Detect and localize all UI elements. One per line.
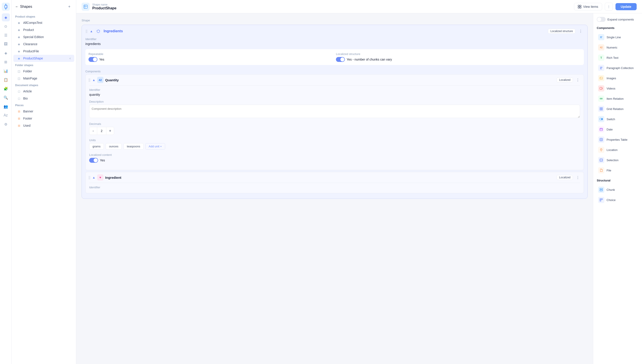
sidebar: ← Shapes + Product shapes ◈ AllCompsTest… <box>12 0 76 364</box>
more-options-button[interactable]: ⋮ <box>605 3 613 11</box>
drag-handle-icon[interactable]: ⣿ <box>88 78 91 82</box>
ingredient-more-button[interactable]: ⋮ <box>575 174 581 180</box>
svg-rect-4 <box>578 5 579 6</box>
sidebar-item-allcompstest[interactable]: ◈ AllCompsTest <box>13 19 74 26</box>
sidebar-item-bio[interactable]: ◻ Bio <box>13 95 74 102</box>
sidebar-item-productfile[interactable]: ◈ ProductFile <box>13 48 74 55</box>
drag-handle-icon[interactable]: ⣿ <box>85 30 88 33</box>
nav-shapes-icon[interactable]: ◈ <box>2 13 10 21</box>
update-button[interactable]: Update <box>615 3 637 10</box>
comp-images-label: Images <box>606 76 616 80</box>
decimals-minus-button[interactable]: - <box>89 127 97 135</box>
comp-item-switch[interactable]: Switch <box>597 114 638 124</box>
product-shapes-label: Product shapes <box>12 13 76 19</box>
units-group: Units grams ounces teaspoons Add unit + <box>89 138 580 150</box>
nav-graph-icon[interactable]: ◈ <box>2 49 10 57</box>
localized-content-label: Localized content <box>89 153 580 156</box>
sidebar-item-product[interactable]: ◈ Product <box>13 26 74 34</box>
comp-rich-text-label: Rich Text <box>606 56 618 60</box>
sidebar-item-label: ProductShape <box>23 56 43 60</box>
quantity-identifier-value: quantity <box>89 93 580 96</box>
sidebar-item-footer[interactable]: ⊞ Footer <box>13 115 74 122</box>
view-items-button[interactable]: View items <box>574 3 602 10</box>
expand-components-label: Expand components <box>607 18 634 21</box>
unit-teaspoons[interactable]: teaspoons <box>123 143 144 150</box>
sidebar-item-label: Product <box>23 28 34 32</box>
comp-item-chunk[interactable]: Chunk <box>597 185 638 194</box>
expand-components-toggle[interactable] <box>597 17 606 22</box>
description-textarea[interactable] <box>89 105 580 118</box>
pieces-label: Pieces <box>12 102 76 108</box>
sidebar-item-label: Clearance <box>23 42 38 46</box>
comp-item-properties-table[interactable]: Properties Table <box>597 135 638 144</box>
folder-icon: ◫ <box>17 69 21 73</box>
sidebar-item-mainpage[interactable]: ◫ MainPage <box>13 75 74 82</box>
comp-item-choice[interactable]: Choice <box>597 195 638 205</box>
comp-item-date[interactable]: Date <box>597 124 638 134</box>
comp-date-label: Date <box>606 128 612 131</box>
decimals-plus-button[interactable]: + <box>106 127 114 135</box>
repeatable-toggle[interactable] <box>89 57 97 62</box>
nav-puzzlepiece-icon[interactable]: 🧩 <box>2 84 10 92</box>
chevron-up-icon[interactable]: ▲ <box>92 78 95 82</box>
comp-item-videos[interactable]: Videos <box>597 84 638 93</box>
nav-grid-icon[interactable]: ⊞ <box>2 58 10 66</box>
add-unit-button[interactable]: Add unit + <box>145 143 165 150</box>
comp-item-file[interactable]: File <box>597 166 638 175</box>
sidebar-item-productshape[interactable]: ◈ ProductShape ‹ <box>13 55 74 62</box>
sidebar-back-button[interactable]: ← Shapes <box>15 5 32 9</box>
nav-discover-icon[interactable]: 🔍 <box>2 94 10 102</box>
sidebar-item-banner[interactable]: ⊞ Banner <box>13 108 74 115</box>
quantity-more-button[interactable]: ⋮ <box>575 77 581 83</box>
comp-item-paragraph-collection[interactable]: Paragraph Collection <box>597 63 638 73</box>
unit-ounces[interactable]: ounces <box>106 143 122 150</box>
drag-handle-icon[interactable]: ⣿ <box>88 176 91 179</box>
localized-structure-toggle[interactable] <box>336 57 345 62</box>
svg-rect-17 <box>600 87 602 90</box>
chevron-up-icon[interactable]: ▲ <box>90 30 93 33</box>
comp-item-selection[interactable]: Selection <box>597 155 638 165</box>
view-items-label: View items <box>583 5 598 8</box>
sidebar-item-article[interactable]: ◻ Article <box>13 88 74 95</box>
nav-users-icon[interactable]: 👥 <box>2 102 10 110</box>
comp-item-rich-text[interactable]: T Rich Text <box>597 53 638 62</box>
topbar-right: View items ⋮ Update <box>574 3 637 11</box>
properties-table-icon <box>598 136 604 143</box>
sidebar-item-folder[interactable]: ◫ Folder <box>13 68 74 75</box>
nav-az-icon[interactable]: Az <box>2 111 10 119</box>
ingredient-title: Ingredient <box>105 176 555 180</box>
nav-items-icon[interactable]: ☰ <box>2 31 10 39</box>
rich-text-icon: T <box>598 54 604 61</box>
nav-analytics-icon[interactable]: 📊 <box>2 67 10 75</box>
comp-item-single-line[interactable]: Single Line <box>597 32 638 42</box>
nav-settings-icon[interactable]: ⚙ <box>2 120 10 128</box>
sidebar-item-clearance[interactable]: ◈ Clearance <box>13 40 74 48</box>
comp-item-item-relation[interactable]: Item Relation <box>597 94 638 104</box>
comp-choice-label: Choice <box>606 198 615 202</box>
comp-item-images[interactable]: Images <box>597 73 638 83</box>
nav-media-icon[interactable]: 🖼 <box>2 40 10 48</box>
sidebar-add-button[interactable]: + <box>66 4 72 10</box>
unit-grams[interactable]: grams <box>89 143 104 150</box>
shape-section-label: Shape <box>82 19 588 22</box>
comp-item-location[interactable]: Location <box>597 145 638 155</box>
quantity-identifier-label: Identifier <box>89 88 580 92</box>
comp-videos-label: Videos <box>606 87 615 90</box>
ingredients-title: Ingredients <box>104 29 546 33</box>
comp-item-grid-relation[interactable]: Grid Relation <box>597 104 638 114</box>
nav-search-icon[interactable]: ⊙ <box>2 22 10 30</box>
comp-item-numeric[interactable]: 42 Numeric <box>597 42 638 52</box>
shape-icon-wrapper <box>82 3 90 11</box>
sidebar-item-used[interactable]: ⊞ Used <box>13 122 74 129</box>
sidebar-item-special-edition[interactable]: ◈ Special Edition <box>13 34 74 40</box>
svg-point-16 <box>600 78 601 78</box>
localized-content-toggle[interactable] <box>89 158 98 163</box>
nav-orders-icon[interactable]: 📋 <box>2 76 10 84</box>
ingredient-body: Identifier <box>86 186 584 193</box>
chevron-up-icon[interactable]: ▲ <box>92 176 95 179</box>
svg-rect-7 <box>580 7 581 8</box>
svg-rect-5 <box>580 5 581 6</box>
ingredients-more-button[interactable]: ⋮ <box>578 28 584 34</box>
sidebar-item-label: Footer <box>23 117 32 120</box>
quantity-body: Identifier quantity Description Decimals <box>86 88 584 170</box>
